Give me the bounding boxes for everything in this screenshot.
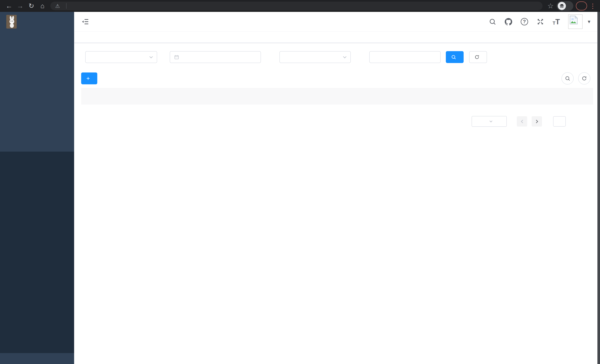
table-header	[81, 88, 593, 104]
prev-page-button[interactable]	[517, 116, 527, 127]
incognito-badge	[557, 1, 573, 11]
next-page-button[interactable]	[532, 116, 542, 127]
page-scrollbar[interactable]	[597, 12, 600, 364]
logo-image	[6, 15, 17, 28]
sidebar-toggle-icon[interactable]	[81, 18, 89, 26]
browser-back-icon[interactable]: ←	[4, 1, 14, 11]
filter-form	[81, 51, 590, 63]
page-content: +	[74, 51, 597, 127]
help-icon[interactable]: ?	[520, 18, 528, 26]
navbar-icons: ? TT ▾	[488, 14, 590, 29]
search-icon	[451, 55, 456, 60]
chevron-left-icon	[521, 120, 524, 123]
browser-toolbar: ← → ↻ ⌂ ⚠ ☆ ⋮	[0, 0, 600, 12]
bookmark-star-icon[interactable]: ☆	[545, 1, 555, 11]
header-search-icon[interactable]	[488, 18, 497, 26]
search-button[interactable]	[446, 51, 464, 63]
address-bar-divider	[66, 3, 66, 9]
result-select[interactable]	[280, 51, 351, 63]
sidebar-submenu	[0, 152, 74, 353]
app-logo[interactable]	[0, 12, 74, 31]
create-leave-button[interactable]: +	[81, 73, 97, 84]
plus-icon: +	[86, 75, 90, 81]
browser-forward-icon[interactable]: →	[15, 1, 25, 11]
avatar-dropdown-caret-icon[interactable]: ▾	[588, 19, 590, 25]
calendar-icon	[174, 54, 179, 60]
chevron-down-icon	[149, 55, 153, 58]
chevron-down-icon	[343, 55, 346, 58]
chevron-down-icon	[489, 120, 492, 122]
chevron-right-icon	[534, 120, 538, 123]
refresh-icon	[474, 55, 479, 60]
browser-menu-icon[interactable]: ⋮	[590, 2, 596, 10]
leave-type-select[interactable]	[85, 51, 157, 63]
refresh-table-icon[interactable]	[578, 72, 590, 84]
apply-time-range-picker[interactable]	[170, 51, 261, 63]
page-size-select[interactable]	[472, 116, 507, 127]
browser-reload-icon[interactable]: ↻	[26, 1, 36, 11]
reason-input[interactable]	[369, 51, 441, 63]
table-toolbar: +	[81, 72, 590, 84]
navbar: ? TT ▾	[74, 12, 597, 31]
font-size-icon[interactable]: TT	[552, 18, 560, 26]
leave-table	[81, 88, 593, 104]
toggle-search-icon[interactable]	[562, 72, 574, 84]
pagination	[81, 116, 590, 127]
avatar[interactable]	[568, 14, 582, 29]
tags-view	[74, 31, 597, 43]
sidebar	[0, 12, 74, 364]
browser-home-icon[interactable]: ⌂	[38, 1, 47, 11]
not-secure-warning-icon: ⚠	[55, 3, 60, 9]
github-icon[interactable]	[504, 18, 513, 26]
chrome-update-button[interactable]	[576, 1, 587, 10]
reset-button[interactable]	[469, 51, 487, 63]
broken-image-icon	[569, 15, 579, 25]
fullscreen-icon[interactable]	[536, 18, 544, 26]
goto-page-input[interactable]	[553, 116, 566, 127]
main-area: ? TT ▾	[74, 12, 597, 364]
incognito-icon	[558, 2, 566, 10]
address-bar[interactable]: ⚠	[50, 2, 543, 10]
